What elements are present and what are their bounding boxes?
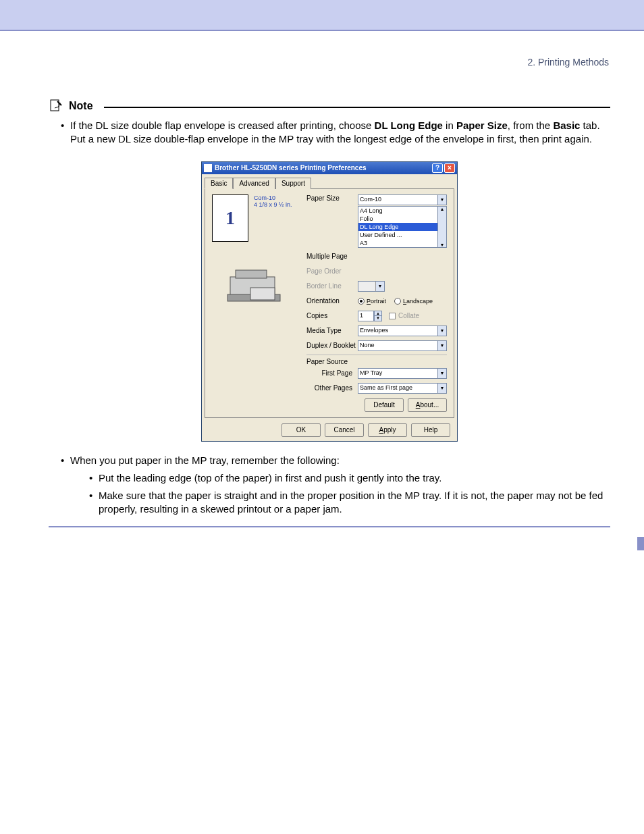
label-collate: Collate xyxy=(398,312,419,319)
label-multiple-page: Multiple Page xyxy=(306,253,358,260)
border-line-combo: ▼ xyxy=(358,281,385,292)
media-type-combo[interactable]: Envelopes ▼ xyxy=(358,325,447,336)
note-rule xyxy=(104,107,610,108)
page-tab-mark xyxy=(637,537,644,550)
chevron-down-icon[interactable]: ▼ xyxy=(437,384,446,393)
page-preview: 1 xyxy=(212,194,248,242)
label-media-type: Media Type xyxy=(306,327,358,334)
tab-advanced[interactable]: Advanced xyxy=(233,178,275,189)
label-copies: Copies xyxy=(306,312,358,319)
note-bullet-1: If the DL size double flap envelope is c… xyxy=(61,119,606,147)
other-pages-combo[interactable]: Same as First page ▼ xyxy=(358,383,447,394)
chevron-down-icon[interactable]: ▼ xyxy=(437,326,446,336)
copies-input[interactable]: 1 xyxy=(358,311,374,321)
ok-button[interactable]: OK xyxy=(281,423,321,437)
copies-spinner[interactable]: ▲▼ xyxy=(374,311,382,321)
svg-rect-2 xyxy=(236,270,267,278)
help-button[interactable]: Help xyxy=(411,423,450,437)
sub-bullet-1: Put the leading edge (top of the paper) … xyxy=(89,471,606,485)
page-number: 18 xyxy=(0,548,644,835)
collate-checkbox xyxy=(389,313,396,319)
duplex-combo[interactable]: None ▼ xyxy=(358,340,447,351)
chevron-down-icon[interactable]: ▼ xyxy=(437,195,446,205)
note-icon xyxy=(49,99,63,113)
chevron-down-icon[interactable]: ▼ xyxy=(437,369,446,378)
breadcrumb: 2. Printing Methods xyxy=(49,57,610,68)
label-paper-source: Paper Source xyxy=(306,358,447,365)
top-banner xyxy=(0,0,644,31)
about-button[interactable]: About... xyxy=(408,398,447,412)
preview-paper-size: 4 1/8 x 9 ½ in. xyxy=(254,201,292,209)
paper-size-combo[interactable]: Com-10 ▼ xyxy=(358,194,447,205)
paper-size-list[interactable]: A4 Long Folio DL Long Edge User Defined … xyxy=(358,206,447,248)
label-duplex: Duplex / Booklet xyxy=(306,342,358,349)
list-item[interactable]: A4 Long xyxy=(358,207,446,215)
label-orientation: Orientation xyxy=(306,297,358,305)
label-first-page: First Page xyxy=(306,369,358,377)
bullet-mp-tray: When you put paper in the MP tray, remem… xyxy=(61,454,606,517)
tab-support[interactable]: Support xyxy=(275,178,311,189)
default-button[interactable]: Default xyxy=(365,398,404,412)
radio-portrait[interactable]: Portrait xyxy=(358,298,386,305)
apply-button[interactable]: Apply xyxy=(368,423,407,437)
sub-bullet-2: Make sure that the paper is straight and… xyxy=(89,489,606,517)
list-item[interactable]: DL Long Edge xyxy=(358,223,446,231)
bottom-rule xyxy=(49,526,610,527)
scrollbar[interactable]: ▲▼ xyxy=(437,207,446,247)
dialog-titlebar: Brother HL-5250DN series Printing Prefer… xyxy=(202,162,457,174)
printing-preferences-dialog: Brother HL-5250DN series Printing Prefer… xyxy=(201,161,458,442)
cancel-button[interactable]: Cancel xyxy=(325,423,364,437)
printer-image xyxy=(223,261,288,308)
note-heading: Note xyxy=(69,100,93,112)
tab-basic[interactable]: Basic xyxy=(205,178,233,189)
label-paper-size: Paper Size xyxy=(306,194,358,202)
label-border-line: Border Line xyxy=(306,282,358,290)
radio-landscape[interactable]: Landscape xyxy=(394,298,433,305)
app-icon xyxy=(204,164,212,172)
chevron-down-icon[interactable]: ▼ xyxy=(437,341,446,350)
list-item[interactable]: A3 xyxy=(358,239,446,247)
label-other-pages: Other Pages xyxy=(306,384,358,392)
list-item[interactable]: User Defined ... xyxy=(358,231,446,239)
list-item[interactable]: Folio xyxy=(358,215,446,223)
label-page-order: Page Order xyxy=(306,267,358,275)
close-icon[interactable]: × xyxy=(444,163,455,173)
first-page-combo[interactable]: MP Tray ▼ xyxy=(358,368,447,379)
preview-paper-name: Com-10 xyxy=(254,194,292,202)
svg-rect-4 xyxy=(250,288,275,300)
dialog-title: Brother HL-5250DN series Printing Prefer… xyxy=(215,164,367,172)
help-icon[interactable]: ? xyxy=(432,163,443,173)
